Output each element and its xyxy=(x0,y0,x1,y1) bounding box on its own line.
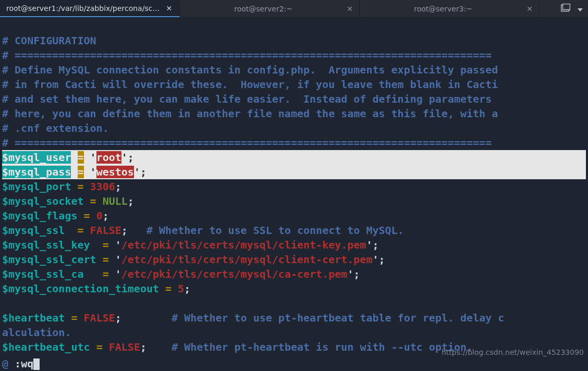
menu-icon[interactable] xyxy=(578,5,583,13)
comment-line: # Define MySQL connection constants in c… xyxy=(2,64,498,76)
var-value: 0 xyxy=(96,209,103,222)
comment-line: # here, you can define them in another f… xyxy=(2,107,498,120)
var-value: FALSE xyxy=(90,224,121,237)
var-value: westos xyxy=(96,166,134,178)
toolbar-right xyxy=(556,0,588,17)
svg-rect-1 xyxy=(563,4,570,10)
var-name: $heartbeat xyxy=(2,312,65,324)
var-name: $heartbeat_utc xyxy=(2,341,90,353)
close-icon[interactable]: ✕ xyxy=(166,4,172,13)
close-icon[interactable]: ✕ xyxy=(526,5,533,13)
comment-wrap: alculation. xyxy=(2,326,71,339)
var-name: $mysql_pass xyxy=(2,166,71,178)
var-value: NULL xyxy=(103,195,128,207)
var-value: /etc/pki/tls/certs/mysql/client-cert.pem xyxy=(121,253,373,266)
vim-command[interactable]: :wq xyxy=(15,357,33,370)
var-name: $mysql_ssl_cert xyxy=(2,253,96,266)
new-terminal-icon[interactable] xyxy=(561,4,570,14)
comment-line: # .cnf extension. xyxy=(2,122,109,134)
var-name: $mysql_flags xyxy=(2,209,78,222)
tab-server3[interactable]: root@server3:~ ✕ xyxy=(360,0,540,17)
var-value: 5 xyxy=(178,282,184,295)
var-name: $mysql_port xyxy=(2,180,71,193)
var-name: $mysql_ssl_ca xyxy=(2,268,84,280)
var-value: 3306 xyxy=(90,180,115,193)
inline-comment: # Whether to use SSL to connect to MySQL… xyxy=(146,224,404,237)
comment-line: # and set them here, you can make life e… xyxy=(2,93,492,105)
comment-line: # in from Cacti will override these. How… xyxy=(2,78,498,91)
var-value: /etc/pki/tls/certs/mysql/ca-cert.pem xyxy=(121,268,347,280)
editor-viewport[interactable]: # CONFIGURATION # ======================… xyxy=(0,18,588,354)
tab-bar: root@server1:/var/lib/zabbix/percona/sc…… xyxy=(0,0,588,18)
tab-server2[interactable]: root@server2:~ ✕ xyxy=(180,0,360,17)
comment-line: # ======================================… xyxy=(2,49,492,61)
var-value: root xyxy=(96,151,121,164)
highlighted-line: $mysql_user = 'root'; xyxy=(2,150,586,165)
var-value: FALSE xyxy=(109,341,140,353)
highlighted-line: $mysql_pass = 'westos'; xyxy=(2,165,586,179)
var-name: $mysql_connection_timeout xyxy=(2,282,159,295)
inline-comment: # Whether pt-heartbeat is run with --utc… xyxy=(172,341,473,353)
chevron-down-icon xyxy=(578,8,583,11)
var-name: $mysql_socket xyxy=(2,195,84,207)
watermark: https://blog.csdn.net/weixin_45233090 xyxy=(442,348,584,356)
inline-comment: # Whether to use pt-heartbeat table for … xyxy=(172,312,504,324)
vim-at-line: @ xyxy=(2,357,8,370)
var-name: $mysql_user xyxy=(2,151,71,164)
close-icon[interactable]: ✕ xyxy=(347,5,353,13)
var-value: FALSE xyxy=(84,312,115,324)
tab-server1[interactable]: root@server1:/var/lib/zabbix/percona/sc…… xyxy=(0,0,180,17)
var-value: /etc/pki/tls/certs/mysql/client-key.pem xyxy=(121,239,366,251)
comment-line: # ======================================… xyxy=(2,137,492,149)
tab-title: root@server1:/var/lib/zabbix/percona/sc… xyxy=(6,4,160,13)
comment-line: # CONFIGURATION xyxy=(2,34,96,47)
cursor-icon xyxy=(33,358,40,370)
tab-title: root@server2:~ xyxy=(186,5,340,13)
vim-status-line: @ :wq xyxy=(2,356,588,371)
var-name: $mysql_ssl xyxy=(2,224,65,237)
var-name: $mysql_ssl_key xyxy=(2,239,90,251)
tab-title: root@server3:~ xyxy=(366,5,520,13)
